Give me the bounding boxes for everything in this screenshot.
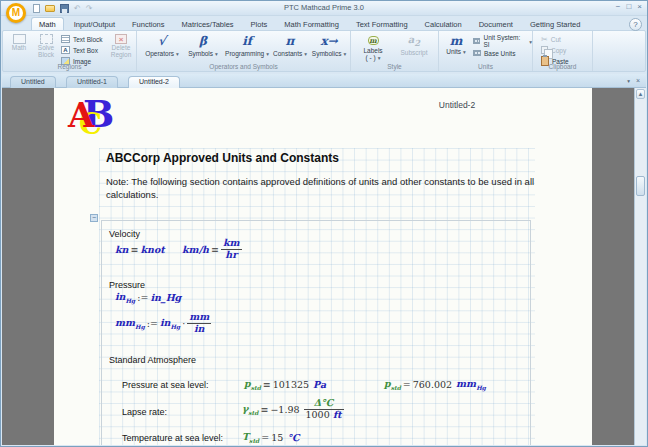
page-header-title: Untitled-2 <box>387 100 527 110</box>
logo-letter-a: A <box>68 98 94 132</box>
cut-button[interactable]: ✂ Cut <box>541 34 561 44</box>
scroll-up-icon[interactable]: ▲ <box>636 89 645 99</box>
tab-document[interactable]: Document <box>472 18 520 30</box>
tab-text-formatting[interactable]: Text Formatting <box>349 18 415 30</box>
text-box-button[interactable]: A Text Box <box>61 45 98 55</box>
tab-calculation[interactable]: Calculation <box>418 18 469 30</box>
tab-math[interactable]: Math <box>31 17 64 30</box>
labels-label: Labels <box>363 47 382 54</box>
operators-label: Operators <box>145 50 174 57</box>
label-pressure-sea-level[interactable]: Pressure at sea level: <box>122 380 209 390</box>
document-title[interactable]: ABCCorp Approved Units and Constants <box>106 151 339 165</box>
math-pstd-evaluation[interactable]: pstd = 760.002 mmHg <box>384 378 486 391</box>
doc-tab-untitled[interactable]: Untitled <box>10 76 56 88</box>
math-mmhg-definition[interactable]: mmHg := inHg · mm in <box>115 309 211 337</box>
tab-functions[interactable]: Functions <box>125 18 172 30</box>
math-pstd-definition[interactable]: pstd ≡ 101325 Pa <box>244 378 326 391</box>
area-collapse-button[interactable]: − <box>90 214 98 222</box>
tab-math-formatting[interactable]: Math Formatting <box>277 18 346 30</box>
text-block-button[interactable]: Text Block <box>61 34 103 44</box>
tab-getting-started[interactable]: Getting Started <box>523 18 587 30</box>
restore-button[interactable]: □ <box>626 2 631 12</box>
solve-block-label: Solve Block <box>33 44 59 59</box>
fraction: mm in <box>187 312 211 334</box>
doc-tab-untitled-1[interactable]: Untitled-1 <box>66 76 118 88</box>
chevron-down-icon <box>213 50 218 57</box>
cut-label: Cut <box>551 36 561 43</box>
subscript-button[interactable]: a2 Subscript <box>393 34 435 56</box>
tab-input-output[interactable]: Input/Output <box>67 18 122 30</box>
symbols-button[interactable]: β Symbols <box>185 34 221 57</box>
ribbon-group-units: m Units Unit System: SI Base Units Units <box>439 31 533 71</box>
programming-button[interactable]: if Programming <box>225 34 269 57</box>
open-icon[interactable] <box>45 5 55 12</box>
delete-region-icon: × <box>115 34 127 44</box>
delete-region-button[interactable]: × Delete Region <box>107 34 135 59</box>
subscript-label: Subscript <box>400 49 427 56</box>
units-button[interactable]: m Units <box>442 34 470 55</box>
units-icon: m <box>450 34 463 48</box>
vertical-scrollbar[interactable]: ▲ <box>634 88 646 445</box>
mathcad-window: PTC Mathcad Prime 3.0 − □ × M ↶ ↷ Math I… <box>0 0 648 447</box>
operators-button[interactable]: √ Operators <box>143 34 181 57</box>
math-region-button[interactable]: Math <box>7 34 31 51</box>
window-title: PTC Mathcad Prime 3.0 <box>1 3 647 12</box>
document-note[interactable]: Note: The following section contains app… <box>106 175 538 202</box>
constants-button[interactable]: π Constants <box>271 34 309 57</box>
math-lapse-rate[interactable]: γstd ≡ −1.98 Δ°C 1000 ft <box>242 394 344 424</box>
tab-plots[interactable]: Plots <box>244 18 275 30</box>
base-units-button[interactable]: Base Units <box>473 48 515 58</box>
save-icon[interactable] <box>60 4 69 13</box>
app-menu-button[interactable]: M <box>6 3 26 23</box>
unit-system-dropdown[interactable]: Unit System: SI <box>473 36 532 46</box>
ribbon: Math Solve Block Text Block A Text Box I… <box>2 30 646 72</box>
ribbon-group-regions: Math Solve Block Text Block A Text Box I… <box>3 31 137 71</box>
worksheet-page[interactable]: A C B Untitled-2 ABCCorp Approved Units … <box>54 88 592 445</box>
math-region-label: Math <box>12 44 26 51</box>
undo-icon[interactable]: ↶ <box>74 4 81 13</box>
cut-icon: ✂ <box>541 35 548 44</box>
chevron-down-icon <box>302 50 307 57</box>
fraction: Δ°C 1000 ft <box>304 398 344 420</box>
copy-button[interactable]: Copy <box>541 45 566 55</box>
unit-system-label: Unit System: SI <box>483 34 524 48</box>
section-standard-atmosphere[interactable]: Standard Atmosphere <box>109 355 196 365</box>
symbols-label: Symbols <box>188 50 213 57</box>
chevron-down-icon <box>264 50 269 57</box>
style-group-label: Style <box>351 63 438 70</box>
tab-matrices-tables[interactable]: Matrices/Tables <box>175 18 241 30</box>
text-box-icon: A <box>61 46 70 54</box>
delete-region-label: Delete Region <box>107 44 135 59</box>
math-inhg-definition[interactable]: inHg := in_Hg <box>115 291 181 304</box>
tab-list-dropdown-icon[interactable] <box>625 77 630 84</box>
fraction: km hr <box>221 238 242 260</box>
minimize-button[interactable]: − <box>616 2 621 12</box>
constants-label: Constants <box>273 50 302 57</box>
label-temperature-sea-level[interactable]: Temperature at sea level: <box>122 433 223 443</box>
close-button[interactable]: × <box>637 2 642 12</box>
close-document-icon[interactable]: × <box>636 77 640 84</box>
redo-icon[interactable]: ↷ <box>86 4 93 13</box>
chevron-down-icon <box>376 54 381 61</box>
symbolics-label: Symbolics <box>312 50 342 57</box>
operators-icon: √ <box>158 34 166 50</box>
scrollbar-thumb[interactable] <box>636 176 645 196</box>
math-kn-definition[interactable]: kn ≡ knot <box>115 237 165 261</box>
text-block-label: Text Block <box>73 36 103 43</box>
doc-tab-untitled-2[interactable]: Untitled-2 <box>128 76 180 88</box>
units-group-label: Units <box>439 63 532 70</box>
math-kmh-definition[interactable]: km/h ≡ km hr <box>182 235 242 263</box>
math-tstd-definition[interactable]: Tstd = 15 °C <box>242 431 300 444</box>
new-document-icon[interactable] <box>33 4 40 13</box>
text-box-label: Text Box <box>73 47 98 54</box>
section-pressure[interactable]: Pressure <box>109 280 145 290</box>
label-lapse-rate[interactable]: Lapse rate: <box>122 407 167 417</box>
math-region-icon <box>13 34 26 44</box>
copy-icon <box>541 46 548 54</box>
labels-button[interactable]: m Labels ( - ) <box>357 34 389 61</box>
chevron-down-icon <box>527 38 532 45</box>
solve-block-button[interactable]: Solve Block <box>33 34 59 59</box>
symbolics-button[interactable]: x→ Symbolics <box>309 34 349 57</box>
base-units-icon <box>473 50 481 56</box>
help-button[interactable]: ? <box>629 18 642 31</box>
